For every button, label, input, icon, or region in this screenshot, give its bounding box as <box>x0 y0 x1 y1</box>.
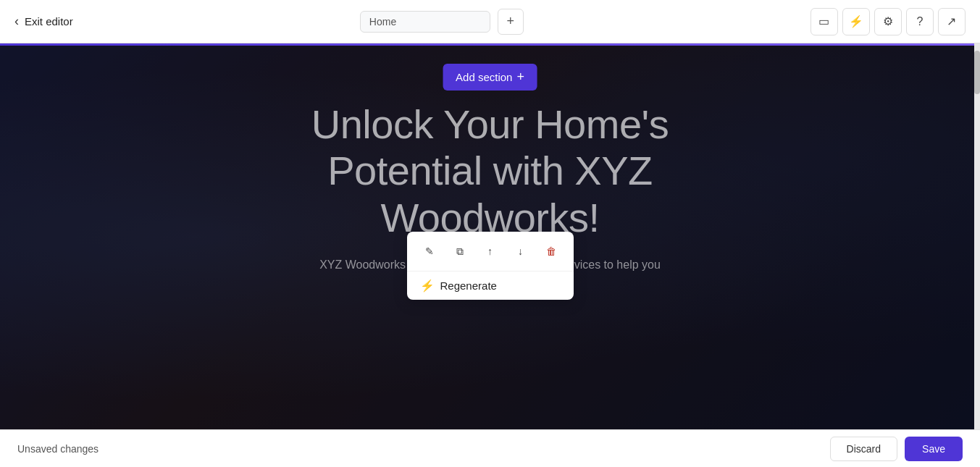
desktop-icon: ▭ <box>818 14 829 28</box>
address-bar-area: + <box>360 9 524 35</box>
add-section-label: Add section <box>456 71 512 83</box>
address-input[interactable] <box>369 16 464 28</box>
regenerate-row[interactable]: ⚡ Regenerate <box>407 272 574 300</box>
top-bar: ‹ Exit editor + ▭ ⚡ ⚙ ? ↗ <box>0 0 980 43</box>
scrollbar-track[interactable] <box>974 43 980 429</box>
help-button[interactable]: ? <box>906 8 934 35</box>
move-down-button[interactable]: ↓ <box>508 239 533 264</box>
edit-icon: ✎ <box>425 245 434 257</box>
add-page-button[interactable]: + <box>498 9 524 35</box>
toolbar-icons-row: ✎ ⧉ ↑ ↓ 🗑 <box>407 232 574 272</box>
external-link-icon: ↗ <box>947 14 956 28</box>
help-icon: ? <box>917 15 924 28</box>
move-up-button[interactable]: ↑ <box>478 239 503 264</box>
move-up-icon: ↑ <box>487 245 493 257</box>
copy-button[interactable]: ⧉ <box>448 239 472 264</box>
bottom-bar: Unsaved changes Discard Save <box>0 429 980 467</box>
lightning-icon: ⚡ <box>849 14 863 28</box>
back-icon: ‹ <box>14 14 19 29</box>
address-bar[interactable] <box>360 11 490 33</box>
plus-icon: + <box>507 14 515 29</box>
bottom-actions: Discard Save <box>830 437 963 461</box>
lightning-button[interactable]: ⚡ <box>842 8 870 35</box>
add-section-plus-icon: + <box>516 70 524 85</box>
exit-editor-button[interactable]: ‹ Exit editor <box>14 14 73 29</box>
exit-editor-label: Exit editor <box>25 15 73 28</box>
desktop-view-button[interactable]: ▭ <box>811 8 838 35</box>
canvas-area: Add section + Unlock Your Home's Potenti… <box>0 43 980 429</box>
unsaved-changes-label: Unsaved changes <box>17 443 99 455</box>
scrollbar-thumb[interactable] <box>974 51 980 94</box>
hero-title: Unlock Your Home's Potential with XYZ Wo… <box>237 101 744 241</box>
settings-button[interactable]: ⚙ <box>874 8 902 35</box>
regenerate-label: Regenerate <box>440 279 497 292</box>
canvas-highlight-line <box>0 43 980 46</box>
move-down-icon: ↓ <box>518 245 523 257</box>
settings-icon: ⚙ <box>883 14 893 28</box>
delete-icon: 🗑 <box>546 245 556 257</box>
external-link-button[interactable]: ↗ <box>938 8 966 35</box>
discard-button[interactable]: Discard <box>830 437 897 461</box>
regenerate-lightning-icon: ⚡ <box>420 279 435 293</box>
add-section-button[interactable]: Add section + <box>443 64 537 91</box>
copy-icon: ⧉ <box>456 245 464 258</box>
floating-toolbar: ✎ ⧉ ↑ ↓ 🗑 ⚡ Regenerate <box>407 232 574 300</box>
save-button[interactable]: Save <box>905 437 963 461</box>
delete-button[interactable]: 🗑 <box>539 239 564 264</box>
edit-button[interactable]: ✎ <box>417 239 442 264</box>
top-bar-actions: ▭ ⚡ ⚙ ? ↗ <box>811 8 966 35</box>
